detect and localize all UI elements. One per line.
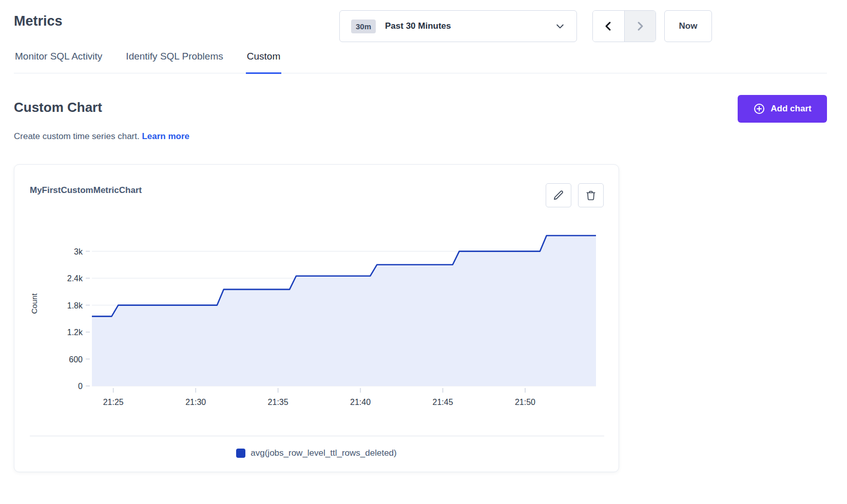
tab-bar: Monitor SQL Activity Identify SQL Proble… <box>14 51 827 73</box>
svg-text:21:40: 21:40 <box>350 398 371 406</box>
tab-custom[interactable]: Custom <box>246 51 281 74</box>
time-range-dropdown[interactable]: 30m Past 30 Minutes <box>339 10 577 42</box>
delete-chart-button[interactable] <box>578 183 604 207</box>
chevron-left-icon <box>602 20 614 32</box>
svg-text:21:50: 21:50 <box>515 398 535 406</box>
plus-circle-icon <box>753 103 765 115</box>
svg-text:2.4k: 2.4k <box>67 274 83 283</box>
tab-monitor-sql-activity[interactable]: Monitor SQL Activity <box>14 51 103 73</box>
metrics-page: Metrics 30m Past 30 Minutes Now Monitor … <box>0 0 847 504</box>
section-description: Create custom time series chart. Learn m… <box>14 131 189 142</box>
page-title: Metrics <box>14 13 63 29</box>
svg-text:3k: 3k <box>74 247 83 256</box>
legend-swatch <box>236 449 245 458</box>
svg-text:Count: Count <box>30 293 38 314</box>
legend-label: avg(jobs_row_level_ttl_rows_deleted) <box>251 448 396 458</box>
chevron-right-icon <box>634 20 646 32</box>
svg-text:21:30: 21:30 <box>185 398 206 406</box>
time-range-badge: 30m <box>351 20 376 33</box>
section-description-text: Create custom time series chart. <box>14 131 140 141</box>
add-chart-label: Add chart <box>771 104 811 114</box>
svg-text:600: 600 <box>69 355 83 364</box>
card-divider <box>30 436 604 436</box>
section-heading: Custom Chart <box>14 100 102 115</box>
chart-card: MyFirstCustomMetricChart 06001.2k1.8k2.4… <box>14 164 619 472</box>
svg-text:1.8k: 1.8k <box>67 301 83 310</box>
trash-icon <box>585 190 596 201</box>
edit-chart-button[interactable] <box>546 183 571 207</box>
now-button[interactable]: Now <box>664 10 712 42</box>
custom-chart-plot: 06001.2k1.8k2.4k3k21:2521:3021:3521:4021… <box>30 211 604 421</box>
svg-text:21:35: 21:35 <box>268 398 288 406</box>
legend-item[interactable]: avg(jobs_row_level_ttl_rows_deleted) <box>236 448 396 458</box>
chart-title: MyFirstCustomMetricChart <box>30 185 142 196</box>
svg-text:0: 0 <box>78 382 83 391</box>
next-range-button[interactable] <box>624 11 656 42</box>
svg-text:1.2k: 1.2k <box>67 328 83 337</box>
time-range-label: Past 30 Minutes <box>385 21 451 31</box>
chart-legend: avg(jobs_row_level_ttl_rows_deleted) <box>14 448 619 458</box>
chevron-down-icon <box>555 21 565 31</box>
add-chart-button[interactable]: Add chart <box>738 95 827 123</box>
previous-range-button[interactable] <box>593 11 624 42</box>
tab-identify-sql-problems[interactable]: Identify SQL Problems <box>125 51 224 73</box>
svg-text:21:45: 21:45 <box>433 398 453 406</box>
learn-more-link[interactable]: Learn more <box>142 131 189 141</box>
pencil-icon <box>553 189 565 201</box>
time-step-buttons <box>592 10 656 42</box>
svg-text:21:25: 21:25 <box>103 398 124 406</box>
